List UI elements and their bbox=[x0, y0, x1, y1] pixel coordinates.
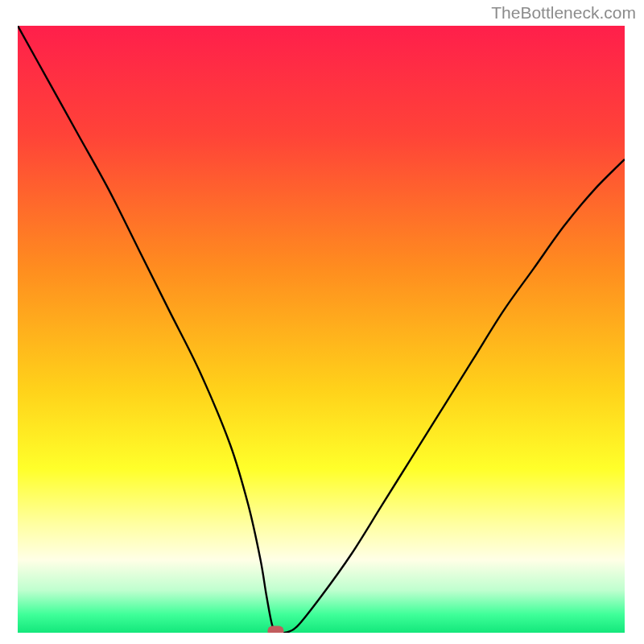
chart-background bbox=[18, 26, 625, 633]
bottleneck-chart bbox=[18, 26, 625, 633]
recommended-marker bbox=[267, 626, 283, 634]
attribution-text: TheBottleneck.com bbox=[491, 3, 636, 23]
